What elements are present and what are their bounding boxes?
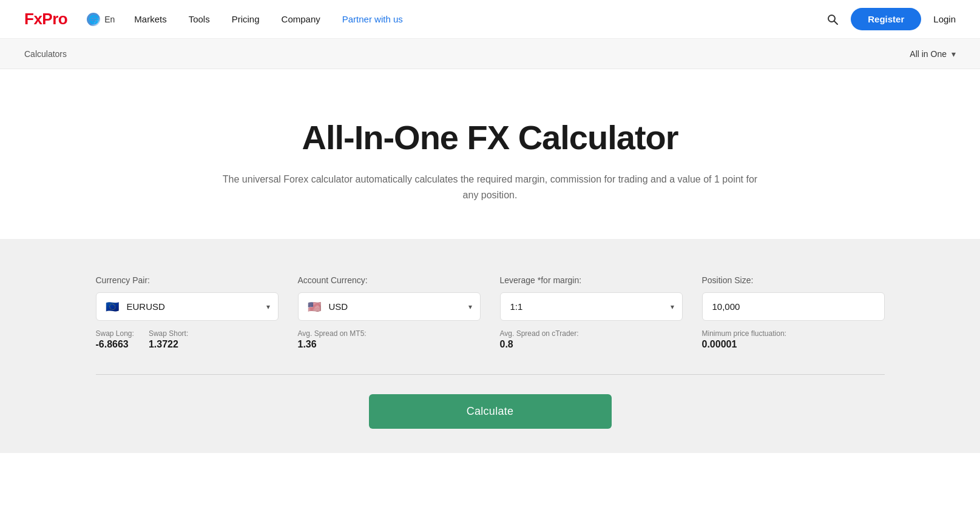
swap-long-value: -6.8663 (96, 339, 134, 350)
position-size-subinfo: Minimum price fluctuation: 0.00001 (702, 329, 885, 350)
nav-item-markets[interactable]: Markets (134, 14, 166, 24)
calculator-grid: Currency Pair: 🇪🇺 EURUSD ▾ Swap Long: -6… (96, 275, 885, 350)
calculator-divider (96, 374, 885, 375)
swap-short-label: Swap Short: (149, 329, 188, 338)
svg-line-1 (834, 21, 838, 24)
leverage-select[interactable]: 1:1 (500, 292, 683, 321)
main-nav: Markets Tools Pricing Company Partner wi… (134, 14, 402, 24)
sub-header: Calculators All in One ▾ (0, 39, 980, 69)
sub-header-label: Calculators (24, 49, 67, 59)
position-size-field: Position Size: Minimum price fluctuation… (702, 275, 885, 350)
leverage-select-wrapper: 1:1 ▾ (500, 292, 683, 321)
nav-item-pricing[interactable]: Pricing (232, 14, 260, 24)
leverage-label: Leverage *for margin: (500, 275, 683, 285)
sub-header-dropdown[interactable]: All in One ▾ (910, 49, 956, 59)
currency-pair-label: Currency Pair: (96, 275, 279, 285)
hero-subtitle: The universal Forex calculator automatic… (217, 172, 763, 203)
leverage-subinfo: Avg. Spread on cTrader: 0.8 (500, 329, 683, 350)
account-currency-subinfo: Avg. Spread on MT5: 1.36 (298, 329, 481, 350)
position-size-input[interactable] (702, 292, 885, 321)
avg-spread-mt5-label: Avg. Spread on MT5: (298, 329, 481, 338)
min-price-fluctuation-value: 0.00001 (702, 339, 885, 350)
calculator-section: Currency Pair: 🇪🇺 EURUSD ▾ Swap Long: -6… (0, 239, 980, 453)
avg-spread-ctrader-label: Avg. Spread on cTrader: (500, 329, 683, 338)
hero-section: All-In-One FX Calculator The universal F… (0, 69, 980, 239)
account-currency-field: Account Currency: 🇺🇸 USD ▾ Avg. Spread o… (298, 275, 481, 350)
globe-icon: 🌐 (87, 13, 100, 26)
account-currency-label: Account Currency: (298, 275, 481, 285)
account-currency-select-wrapper: 🇺🇸 USD ▾ (298, 292, 481, 321)
nav-item-partner[interactable]: Partner with us (342, 14, 403, 24)
header-right: Register Login (826, 8, 956, 30)
chevron-down-icon: ▾ (951, 49, 956, 59)
register-button[interactable]: Register (851, 8, 921, 30)
calculate-button[interactable]: Calculate (369, 394, 612, 429)
calculate-button-wrapper: Calculate (96, 394, 885, 429)
header-left: FxPro 🌐 En Markets Tools Pricing Company… (24, 10, 403, 29)
login-button[interactable]: Login (933, 14, 956, 24)
leverage-field: Leverage *for margin: 1:1 ▾ Avg. Spread … (500, 275, 683, 350)
account-currency-select[interactable]: USD (298, 292, 481, 321)
search-button[interactable] (826, 13, 839, 25)
avg-spread-ctrader-value: 0.8 (500, 339, 683, 350)
nav-item-tools[interactable]: Tools (189, 14, 210, 24)
swap-short-item: Swap Short: 1.3722 (149, 329, 188, 350)
main-header: FxPro 🌐 En Markets Tools Pricing Company… (0, 0, 980, 39)
position-size-label: Position Size: (702, 275, 885, 285)
lang-label: En (104, 15, 115, 24)
currency-pair-field: Currency Pair: 🇪🇺 EURUSD ▾ Swap Long: -6… (96, 275, 279, 350)
currency-pair-select-wrapper: 🇪🇺 EURUSD ▾ (96, 292, 279, 321)
lang-selector[interactable]: 🌐 En (87, 13, 115, 26)
sub-header-dropdown-value: All in One (910, 49, 947, 59)
currency-pair-select[interactable]: EURUSD (96, 292, 279, 321)
swap-short-value: 1.3722 (149, 339, 188, 350)
nav-item-company[interactable]: Company (282, 14, 320, 24)
search-icon (826, 13, 839, 25)
swap-long-item: Swap Long: -6.8663 (96, 329, 134, 350)
avg-spread-mt5-value: 1.36 (298, 339, 481, 350)
currency-pair-subinfo: Swap Long: -6.8663 Swap Short: 1.3722 (96, 329, 279, 350)
logo-text: FxPro (24, 10, 67, 29)
logo[interactable]: FxPro (24, 10, 67, 29)
hero-title: All-In-One FX Calculator (24, 118, 956, 157)
swap-long-label: Swap Long: (96, 329, 134, 338)
min-price-fluctuation-label: Minimum price fluctuation: (702, 329, 885, 338)
